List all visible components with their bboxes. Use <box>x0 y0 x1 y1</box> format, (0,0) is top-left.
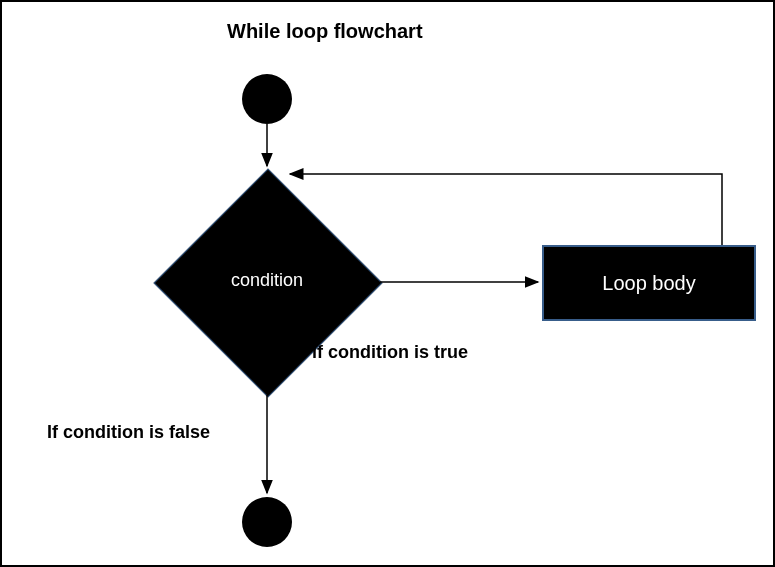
start-node <box>242 74 292 124</box>
end-node <box>242 497 292 547</box>
loop-body-node: Loop body <box>542 245 756 321</box>
condition-label: condition <box>226 270 308 291</box>
flowchart-canvas: While loop flowchart condition Loop body… <box>0 0 775 567</box>
diagram-title: While loop flowchart <box>227 20 423 43</box>
arrow-body-to-condition <box>290 174 722 245</box>
true-edge-label: if condition is true <box>312 342 468 363</box>
false-edge-label: If condition is false <box>47 422 210 443</box>
loop-body-label: Loop body <box>602 272 695 295</box>
